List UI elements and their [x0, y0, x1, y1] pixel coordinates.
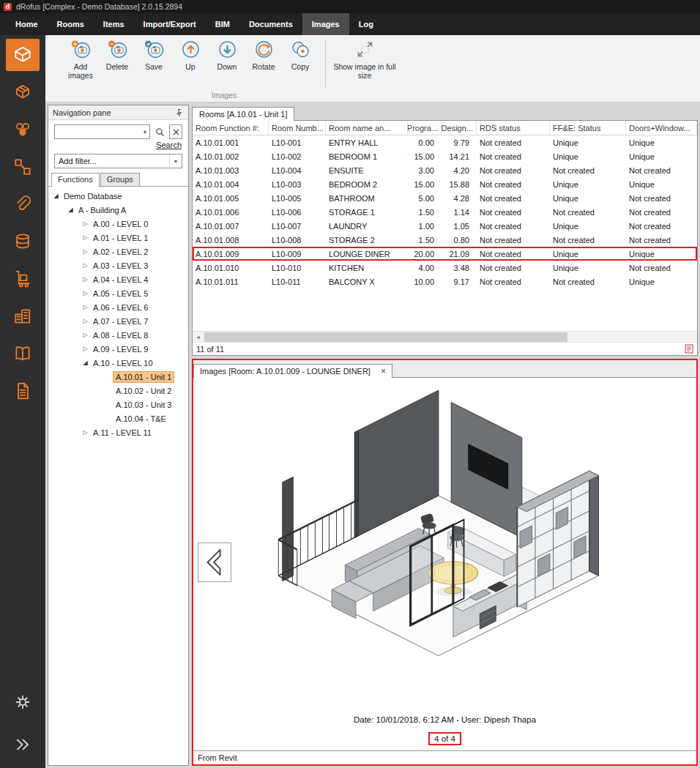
tree-item-a-10-03-unit-3[interactable]: A.10.03 - Unit 3 [48, 398, 188, 411]
tree-item-a-00-level-0[interactable]: ▷A.00 - LEVEL 0 [48, 217, 188, 231]
table-row[interactable]: A.10.01.010L10-010KITCHEN4.003.48Not cre… [193, 261, 697, 275]
clear-search-icon[interactable] [169, 124, 182, 139]
column-header-rds-status[interactable]: RDS status [477, 121, 550, 135]
delete-button[interactable]: Delete [100, 38, 135, 71]
menu-tab-import-export[interactable]: Import/Export [134, 13, 206, 35]
tree-item-a-09-level-9[interactable]: ▷A.09 - LEVEL 9 [48, 342, 188, 356]
copy-button[interactable]: Copy [283, 38, 318, 71]
tree-item-a-06-level-6[interactable]: ▷A.06 - LEVEL 6 [48, 300, 188, 314]
add-images-button[interactable]: Add images [63, 38, 98, 80]
systems-rail-button[interactable] [6, 151, 40, 183]
column-header-room-function[interactable]: Room Function #: [193, 121, 269, 135]
previous-image-button[interactable] [198, 543, 231, 582]
table-row[interactable]: A.10.01.007L10-007LAUNDRY1.001.05Not cre… [193, 219, 697, 233]
menu-tab-rooms[interactable]: Rooms [48, 13, 94, 35]
table-row[interactable]: A.10.01.003L10-004ENSUITE3.004.20Not cre… [193, 163, 697, 177]
close-icon[interactable]: × [381, 367, 386, 376]
search-icon[interactable] [153, 124, 166, 139]
tree-item-a-07-level-7[interactable]: ▷A.07 - LEVEL 7 [48, 314, 188, 328]
column-header-room-numb[interactable]: Room Numb... [269, 121, 326, 135]
save-button[interactable]: Save [136, 38, 171, 71]
tree-expanded-icon[interactable]: ◢ [81, 359, 90, 366]
grid-info-icon[interactable] [685, 344, 693, 354]
pin-icon[interactable] [175, 108, 184, 117]
menu-tab-images[interactable]: Images [302, 13, 349, 35]
menu-tab-log[interactable]: Log [349, 13, 383, 35]
tree-collapsed-icon[interactable]: ▷ [81, 290, 90, 297]
scroll-left-icon[interactable]: ◂ [193, 334, 204, 340]
table-row[interactable]: A.10.01.001L10-001ENTRY HALL0.009.79Not … [193, 135, 697, 149]
tree-collapsed-icon[interactable]: ▷ [81, 304, 90, 310]
tree-item-a-10-level-10[interactable]: ◢A.10 - LEVEL 10 [48, 356, 188, 370]
tab-images[interactable]: Images [Room: A.10.01.009 - LOUNGE DINER… [193, 364, 392, 378]
scrollbar-thumb[interactable] [204, 332, 567, 342]
logistics-rail-button[interactable] [6, 263, 40, 295]
tree-collapsed-icon[interactable]: ▷ [81, 220, 90, 227]
table-row[interactable]: A.10.01.005L10-005BATHROOM5.004.28Not cr… [193, 191, 697, 205]
tree-collapsed-icon[interactable]: ▷ [81, 346, 90, 352]
table-row[interactable]: A.10.01.008L10-008STORAGE 21.500.80Not c… [193, 233, 697, 247]
tree-item-a-03-level-3[interactable]: ▷A.03 - LEVEL 3 [48, 258, 188, 272]
tree-item-a-10-01-unit-1[interactable]: A.10.01 - Unit 1 [48, 370, 188, 384]
items-rail-button[interactable] [6, 76, 40, 108]
tree-item-a-10-04-t-e[interactable]: A.10.04 - T&E [48, 411, 188, 425]
settings-rail-button[interactable] [6, 686, 40, 718]
table-row[interactable]: A.10.01.006L10-006STORAGE 11.501.14Not c… [193, 205, 697, 219]
tree-collapsed-icon[interactable]: ▷ [81, 248, 90, 255]
tree-item-a-02-level-2[interactable]: ▷A.02 - LEVEL 2 [48, 245, 188, 258]
tab-rooms[interactable]: Rooms [A.10.01 - Unit 1] [192, 107, 294, 121]
cell: Not created [477, 208, 550, 217]
column-header-design[interactable]: Design... [442, 121, 477, 135]
tree-item-a-08-level-8[interactable]: ▷A.08 - LEVEL 8 [48, 328, 188, 342]
tree-item-a-05-level-5[interactable]: ▷A.05 - LEVEL 5 [48, 286, 188, 300]
tree-collapsed-icon[interactable]: ▷ [81, 262, 90, 269]
chevron-down-icon[interactable]: ▾ [144, 129, 146, 135]
menu-tab-items[interactable]: Items [94, 13, 134, 35]
products-rail-button[interactable] [6, 113, 40, 146]
table-row[interactable]: A.10.01.011L10-011BALCONY X10.009.17Not … [193, 275, 697, 288]
column-header-doors-window[interactable]: Doors+Window... [626, 121, 697, 135]
tree-collapsed-icon[interactable]: ▷ [81, 332, 90, 338]
documents-rail-button[interactable] [6, 375, 40, 407]
tab-groups[interactable]: Groups [100, 173, 140, 186]
reports-rail-button[interactable] [6, 338, 40, 370]
tree-item-a-building-a[interactable]: ◢A - Building A [48, 203, 188, 217]
table-row[interactable]: A.10.01.009L10-009LOUNGE DINER20.0021.09… [193, 247, 697, 261]
search-input[interactable]: ▾ [54, 124, 150, 139]
search-link[interactable]: Search [156, 141, 182, 149]
tree-item-a-10-02-unit-2[interactable]: A.10.02 - Unit 2 [48, 384, 188, 398]
column-header-ff-e-status[interactable]: FF&E: Status [550, 121, 626, 135]
database-rail-button[interactable] [6, 225, 40, 258]
down-button[interactable]: Down [209, 38, 245, 71]
cell: 21.09 [442, 250, 477, 258]
menu-tab-home[interactable]: Home [6, 13, 48, 35]
expand-rail-button[interactable] [6, 728, 40, 761]
tree-item-demo-database[interactable]: ◢Demo Database [48, 189, 188, 203]
tree-item-a-11-level-11[interactable]: ▷A.11 - LEVEL 11 [48, 425, 188, 439]
show-image-in-full-size-button[interactable]: Show image in full size [333, 38, 396, 80]
rotate-button[interactable]: Rotate [246, 38, 281, 71]
tree-collapsed-icon[interactable]: ▷ [81, 429, 90, 436]
add-filter-dropdown[interactable]: Add filter... ▾ [54, 154, 182, 168]
chevron-down-icon[interactable]: ▾ [169, 154, 182, 168]
tree-item-a-04-level-4[interactable]: ▷A.04 - LEVEL 4 [48, 272, 188, 286]
table-row[interactable]: A.10.01.002L10-002BEDROOM 115.0014.21Not… [193, 149, 697, 163]
up-icon [181, 40, 201, 61]
tree-collapsed-icon[interactable]: ▷ [81, 234, 90, 241]
column-header-progra[interactable]: Progra... [408, 121, 442, 135]
tree-collapsed-icon[interactable]: ▷ [81, 318, 90, 324]
menu-tab-documents[interactable]: Documents [239, 13, 302, 35]
column-header-room-name-an[interactable]: Room name an... [326, 121, 408, 135]
tab-functions[interactable]: Functions [51, 173, 100, 187]
attachments-rail-button[interactable] [6, 188, 40, 220]
tree-item-a-01-level-1[interactable]: ▷A.01 - LEVEL 1 [48, 231, 188, 245]
buildings-rail-button[interactable] [6, 300, 40, 332]
table-row[interactable]: A.10.01.004L10-003BEDROOM 215.0015.88Not… [193, 177, 697, 191]
tree-expanded-icon[interactable]: ◢ [51, 193, 61, 199]
tree-collapsed-icon[interactable]: ▷ [81, 276, 90, 283]
horizontal-scrollbar[interactable]: ◂ ▸ [193, 331, 697, 342]
up-button[interactable]: Up [173, 38, 208, 71]
menu-tab-bim[interactable]: BIM [206, 13, 239, 35]
tree-expanded-icon[interactable]: ◢ [66, 206, 75, 213]
rooms-rail-button[interactable] [6, 39, 40, 71]
